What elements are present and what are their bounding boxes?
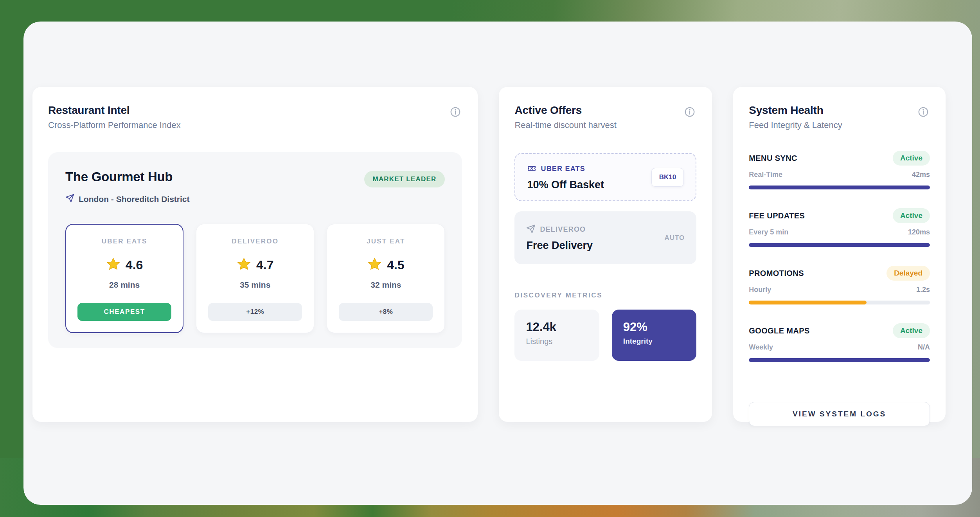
offer-title: 10% Off Basket	[527, 179, 604, 191]
star-icon	[237, 257, 251, 273]
service-frequency: Every 5 min	[749, 228, 788, 236]
platform-card-just-eat[interactable]: JUST EAT 4.5 32 mins +8%	[327, 224, 445, 333]
platform-name: JUST EAT	[339, 238, 433, 245]
service-name: FEE UPDATES	[749, 211, 805, 220]
star-icon	[106, 257, 120, 273]
progress-track	[749, 243, 930, 247]
cheapest-tag: CHEAPEST	[77, 303, 171, 321]
metric-value: 92%	[623, 320, 685, 334]
service-frequency: Real-Time	[749, 171, 782, 179]
service-latency: 1.2s	[916, 286, 930, 294]
send-icon	[526, 224, 536, 235]
status-badge: Active	[893, 208, 930, 223]
info-icon[interactable]	[450, 106, 462, 118]
info-icon[interactable]	[684, 106, 696, 118]
metric-label: Integrity	[623, 337, 685, 346]
progress-fill	[749, 358, 930, 362]
progress-track	[749, 301, 930, 304]
star-icon	[367, 257, 382, 273]
system-health-subtitle: Feed Integrity & Latency	[749, 120, 842, 130]
system-health-title: System Health	[749, 104, 842, 117]
status-badge: Active	[893, 151, 930, 166]
info-icon[interactable]	[917, 106, 930, 118]
service-frequency: Weekly	[749, 343, 773, 351]
service-fee-updates: FEE UPDATES Active Every 5 min 120ms	[749, 208, 930, 247]
market-leader-badge: MARKET LEADER	[364, 171, 445, 187]
service-latency: 42ms	[912, 171, 930, 179]
service-menu-sync: MENU SYNC Active Real-Time 42ms	[749, 151, 930, 189]
view-system-logs-button[interactable]: VIEW SYSTEM LOGS	[749, 402, 930, 426]
service-name: GOOGLE MAPS	[749, 326, 810, 335]
active-offers-subtitle: Real-time discount harvest	[514, 120, 616, 130]
dashboard-container: Restaurant Intel Cross-Platform Performa…	[23, 22, 972, 505]
platform-eta: 28 mins	[77, 280, 171, 290]
ticket-icon	[527, 164, 536, 175]
price-delta-tag: +8%	[339, 303, 433, 321]
system-health-card: System Health Feed Integrity & Latency M…	[733, 87, 946, 422]
service-frequency: Hourly	[749, 286, 771, 294]
restaurant-intel-subtitle: Cross-Platform Performance Index	[48, 120, 181, 130]
progress-fill	[749, 301, 867, 304]
service-name: PROMOTIONS	[749, 269, 804, 278]
progress-track	[749, 358, 930, 362]
restaurant-name: The Gourmet Hub	[65, 169, 173, 184]
offer-platform: UBER EATS	[541, 165, 585, 173]
offer-uber-eats[interactable]: UBER EATS 10% Off Basket BK10	[514, 153, 696, 201]
service-latency: 120ms	[908, 228, 930, 236]
metric-value: 12.4k	[526, 320, 588, 334]
offer-platform: DELIVEROO	[540, 225, 586, 234]
restaurant-location: London - Shoreditch District	[79, 195, 190, 204]
status-badge: Active	[893, 323, 930, 338]
restaurant-intel-card: Restaurant Intel Cross-Platform Performa…	[32, 87, 478, 422]
platform-name: UBER EATS	[77, 238, 171, 245]
progress-fill	[749, 243, 930, 247]
service-google-maps: GOOGLE MAPS Active Weekly N/A	[749, 323, 930, 362]
platform-rating: 4.7	[256, 258, 273, 272]
offer-title: Free Delivery	[526, 240, 593, 252]
platform-rating: 4.6	[126, 258, 143, 272]
offer-deliveroo[interactable]: DELIVEROO Free Delivery AUTO	[514, 211, 696, 264]
active-offers-title: Active Offers	[514, 104, 616, 117]
metric-listings: 12.4k Listings	[514, 310, 599, 361]
platform-eta: 32 mins	[339, 280, 433, 290]
platform-rating: 4.5	[387, 258, 404, 272]
metric-integrity: 92% Integrity	[612, 310, 696, 361]
price-delta-tag: +12%	[208, 303, 302, 321]
platform-card-uber-eats[interactable]: UBER EATS 4.6 28 mins CHEAPEST	[65, 224, 183, 333]
restaurant-summary-panel: The Gourmet Hub MARKET LEADER London - S…	[48, 152, 462, 348]
platform-card-deliveroo[interactable]: DELIVEROO 4.7 35 mins +12%	[196, 224, 314, 333]
progress-track	[749, 186, 930, 189]
metric-label: Listings	[526, 337, 588, 346]
restaurant-intel-title: Restaurant Intel	[48, 104, 181, 117]
service-name: MENU SYNC	[749, 154, 797, 163]
platform-eta: 35 mins	[208, 280, 302, 290]
progress-fill	[749, 186, 930, 189]
auto-applied-tag: AUTO	[664, 234, 685, 242]
navigation-icon	[65, 194, 74, 204]
service-latency: N/A	[918, 343, 930, 351]
status-badge: Delayed	[886, 266, 930, 281]
discovery-metrics-heading: DISCOVERY METRICS	[514, 292, 696, 299]
active-offers-card: Active Offers Real-time discount harvest	[499, 87, 712, 422]
platform-name: DELIVEROO	[208, 238, 302, 245]
service-promotions: PROMOTIONS Delayed Hourly 1.2s	[749, 266, 930, 304]
promo-code-chip[interactable]: BK10	[651, 168, 684, 187]
